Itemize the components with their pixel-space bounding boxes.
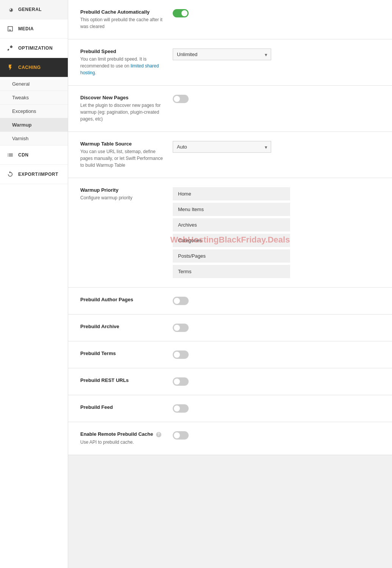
- prebuild-cache-slider: [173, 9, 189, 17]
- prebuild-author-title: Prebuild Author Pages: [80, 297, 164, 302]
- prebuild-terms-title: Prebuild Terms: [80, 351, 164, 356]
- prebuild-speed-section: Prebuild Speed You can limit prebuild sp…: [68, 39, 392, 86]
- prebuild-archive-title: Prebuild Archive: [80, 324, 164, 329]
- prebuild-rest-title: Prebuild REST URLs: [80, 377, 164, 383]
- priority-item-home[interactable]: Home: [173, 187, 290, 200]
- prebuild-author-section: Prebuild Author Pages: [68, 288, 392, 315]
- content-wrapper: WebHostingBlackFriday.Deals Prebuild Cac…: [68, 0, 392, 455]
- prebuild-feed-toggle[interactable]: [173, 404, 189, 413]
- prebuild-terms-control: [173, 351, 380, 359]
- warmup-table-select-wrap: Auto URL List Sitemap Manual: [173, 141, 271, 153]
- warmup-priority-section: Warmup Priority Configure warmup priorit…: [68, 178, 392, 288]
- speed-link: limited shared hosting: [80, 63, 159, 75]
- prebuild-feed-slider: [173, 404, 189, 413]
- prebuild-cache-section: Prebuild Cache Automatically This option…: [68, 0, 392, 39]
- priority-list: Home Menu Items Archives Categories Post: [173, 187, 290, 278]
- sidebar-item-caching[interactable]: CACHING: [0, 58, 68, 77]
- sidebar-optimization-label: OPTIMIZATION: [18, 45, 53, 51]
- sidebar-item-optimization[interactable]: OPTIMIZATION: [0, 39, 68, 58]
- sidebar: GENERAL MEDIA OPTIMIZATION CACHING Gen: [0, 0, 68, 568]
- prebuild-feed-control: [173, 404, 380, 413]
- warmup-table-label: Warmup Table Source You can use URL list…: [80, 141, 164, 169]
- prebuild-rest-toggle[interactable]: [173, 377, 189, 386]
- discover-pages-section: Discover New Pages Let the plugin to dis…: [68, 86, 392, 132]
- media-icon: [6, 25, 14, 33]
- prebuild-feed-label: Prebuild Feed: [80, 404, 164, 412]
- remote-prebuild-label: Enable Remote Prebuild Cache ? Use API t…: [80, 431, 164, 446]
- prebuild-archive-control: [173, 324, 380, 332]
- warmup-priority-label: Warmup Priority Configure warmup priorit…: [80, 187, 164, 201]
- prebuild-archive-label: Prebuild Archive: [80, 324, 164, 331]
- remote-prebuild-toggle[interactable]: [173, 431, 189, 440]
- prebuild-terms-slider: [173, 351, 189, 359]
- priority-item-categories[interactable]: Categories: [173, 234, 290, 247]
- prebuild-speed-select-wrap: Unlimited 1 page/second 2 pages/second 5…: [173, 49, 271, 60]
- remote-prebuild-section: Enable Remote Prebuild Cache ? Use API t…: [68, 422, 392, 455]
- warmup-priority-control: Home Menu Items Archives Categories Post: [173, 187, 380, 278]
- prebuild-terms-section: Prebuild Terms: [68, 341, 392, 368]
- prebuild-cache-desc: This option will prebuild the cache afte…: [80, 16, 164, 30]
- gear-icon: [6, 5, 14, 14]
- export-icon: [6, 170, 14, 178]
- prebuild-author-slider: [173, 297, 189, 305]
- priority-item-archives[interactable]: Archives: [173, 218, 290, 232]
- prebuild-speed-desc: You can limit prebuild speed. It is reco…: [80, 56, 164, 76]
- sidebar-item-caching-tweaks[interactable]: Tweaks: [0, 91, 68, 105]
- warmup-table-desc: You can use URL list, sitemap, define pa…: [80, 148, 164, 169]
- prebuild-rest-control: [173, 377, 380, 386]
- prebuild-archive-section: Prebuild Archive: [68, 315, 392, 341]
- discover-pages-slider: [173, 95, 189, 103]
- prebuild-cache-control: [173, 9, 380, 17]
- remote-prebuild-slider: [173, 431, 189, 440]
- priority-item-posts[interactable]: Posts/Pages: [173, 249, 290, 263]
- prebuild-speed-control: Unlimited 1 page/second 2 pages/second 5…: [173, 49, 380, 60]
- remote-prebuild-desc: Use API to prebuild cache.: [80, 439, 164, 446]
- warmup-table-control: Auto URL List Sitemap Manual: [173, 141, 380, 153]
- main-content: WebHostingBlackFriday.Deals Prebuild Cac…: [68, 0, 392, 568]
- sidebar-item-caching-varnish[interactable]: Varnish: [0, 132, 68, 146]
- discover-pages-label: Discover New Pages Let the plugin to dis…: [80, 95, 164, 122]
- warmup-table-select[interactable]: Auto URL List Sitemap Manual: [173, 141, 271, 153]
- sidebar-item-caching-general[interactable]: General: [0, 77, 68, 91]
- prebuild-cache-toggle[interactable]: [173, 9, 189, 17]
- priority-item-terms[interactable]: Terms: [173, 265, 290, 278]
- sidebar-item-cdn[interactable]: CDN: [0, 146, 68, 165]
- prebuild-rest-slider: [173, 377, 189, 386]
- prebuild-cache-label: Prebuild Cache Automatically This option…: [80, 9, 164, 30]
- remote-prebuild-control: [173, 431, 380, 440]
- sidebar-export-label: EXPORT/IMPORT: [18, 172, 58, 177]
- discover-pages-desc: Let the plugin to discover new pages for…: [80, 102, 164, 122]
- prebuild-terms-toggle[interactable]: [173, 351, 189, 359]
- sidebar-item-general[interactable]: GENERAL: [0, 0, 68, 19]
- prebuild-author-control: [173, 297, 380, 305]
- remote-prebuild-title: Enable Remote Prebuild Cache ?: [80, 431, 164, 437]
- sidebar-caching-label: CACHING: [18, 65, 41, 70]
- bolt-icon: [6, 63, 14, 72]
- prebuild-author-toggle[interactable]: [173, 297, 189, 305]
- prebuild-terms-label: Prebuild Terms: [80, 351, 164, 358]
- prebuild-archive-toggle[interactable]: [173, 324, 189, 332]
- prebuild-speed-select[interactable]: Unlimited 1 page/second 2 pages/second 5…: [173, 49, 271, 60]
- sidebar-general-label: GENERAL: [18, 7, 42, 12]
- discover-pages-title: Discover New Pages: [80, 95, 164, 100]
- remote-prebuild-tooltip-icon[interactable]: ?: [156, 432, 161, 437]
- prebuild-author-label: Prebuild Author Pages: [80, 297, 164, 304]
- sidebar-item-caching-exceptions[interactable]: Exceptions: [0, 105, 68, 118]
- prebuild-rest-label: Prebuild REST URLs: [80, 377, 164, 385]
- prebuild-rest-section: Prebuild REST URLs: [68, 368, 392, 395]
- discover-pages-control: [173, 95, 380, 103]
- prebuild-cache-title: Prebuild Cache Automatically: [80, 9, 164, 15]
- warmup-priority-desc: Configure warmup priority: [80, 194, 164, 201]
- sidebar-cdn-label: CDN: [18, 152, 29, 158]
- sidebar-item-export[interactable]: EXPORT/IMPORT: [0, 165, 68, 184]
- caching-submenu: General Tweaks Exceptions Warmup Varnish: [0, 77, 68, 146]
- wrench-icon: [6, 44, 14, 52]
- priority-item-menu[interactable]: Menu Items: [173, 203, 290, 216]
- cdn-icon: [6, 151, 14, 159]
- discover-pages-toggle[interactable]: [173, 95, 189, 103]
- sidebar-item-caching-warmup[interactable]: Warmup: [0, 118, 68, 132]
- sidebar-item-media[interactable]: MEDIA: [0, 19, 68, 39]
- sidebar-media-label: MEDIA: [18, 26, 34, 31]
- warmup-priority-title: Warmup Priority: [80, 187, 164, 193]
- prebuild-feed-title: Prebuild Feed: [80, 404, 164, 410]
